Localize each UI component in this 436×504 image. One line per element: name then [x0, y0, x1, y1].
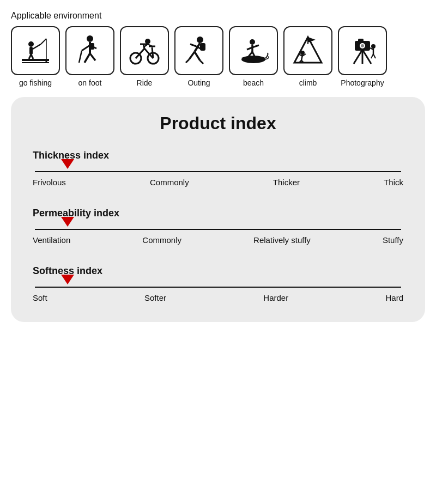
icon-item-climb: climb	[283, 26, 332, 87]
icon-item-photography: Photography	[338, 26, 387, 87]
svg-point-9	[45, 61, 47, 63]
svg-line-33	[190, 44, 196, 46]
go-fishing-icon	[19, 34, 52, 67]
svg-line-15	[84, 53, 90, 63]
climb-label: climb	[299, 78, 317, 87]
softness-label-0: Soft	[33, 293, 47, 302]
outing-icon-box	[174, 26, 223, 75]
svg-line-5	[31, 54, 33, 59]
svg-line-14	[79, 51, 82, 63]
softness-slider-container	[33, 287, 403, 288]
applicable-title: Applicable environment	[11, 11, 425, 21]
svg-point-49	[300, 51, 305, 55]
permeability-index-title: Permeability index	[33, 208, 403, 219]
permeability-label-3: Stuffy	[383, 235, 403, 245]
svg-line-25	[152, 47, 153, 58]
svg-line-38	[200, 60, 203, 64]
svg-line-12	[82, 45, 90, 51]
applicable-section: Applicable environment	[11, 11, 425, 87]
svg-line-16	[90, 53, 95, 60]
go-fishing-icon-box	[11, 26, 60, 75]
svg-point-62	[371, 44, 376, 48]
product-index-card: Product index Thickness index Frivolous …	[11, 97, 425, 322]
softness-label-1: Softer	[144, 293, 166, 302]
product-index-title: Product index	[33, 113, 403, 133]
permeability-label-2: Relatively stuffy	[253, 235, 311, 245]
softness-index-title: Softness index	[33, 265, 403, 277]
permeability-slider-track	[35, 229, 401, 230]
svg-rect-17	[90, 43, 94, 50]
svg-line-6	[33, 44, 41, 49]
svg-line-55	[354, 50, 362, 64]
softness-label-2: Harder	[263, 293, 288, 302]
softness-slider-arrow	[61, 275, 74, 284]
svg-line-35	[189, 52, 195, 59]
icon-item-outing: Outing	[174, 26, 223, 87]
beach-icon	[237, 34, 270, 67]
icon-item-ride: Ride	[120, 26, 169, 87]
go-fishing-label: go fishing	[19, 78, 52, 87]
permeability-label-1: Commonly	[142, 235, 181, 245]
svg-line-36	[195, 52, 200, 60]
svg-line-56	[362, 50, 371, 64]
softness-slider-labels: Soft Softer Harder Hard	[33, 293, 403, 302]
thickness-slider-arrow	[61, 159, 74, 169]
photography-label: Photography	[341, 78, 384, 87]
svg-rect-61	[358, 39, 364, 42]
icon-item-go-fishing: go fishing	[11, 26, 60, 87]
svg-line-42	[252, 45, 259, 47]
svg-point-2	[28, 41, 34, 47]
thickness-index-section: Thickness index Frivolous Commonly Thick…	[33, 150, 403, 187]
thickness-slider-track	[35, 171, 401, 172]
permeability-index-section: Permeability index Ventilation Commonly …	[33, 208, 403, 245]
ride-icon-box	[120, 26, 169, 75]
outing-label: Outing	[187, 78, 210, 87]
photography-icon	[346, 34, 379, 67]
svg-line-7	[41, 39, 46, 44]
photography-icon-box	[338, 26, 387, 75]
ride-icon	[128, 34, 161, 67]
on-foot-icon-box	[65, 26, 114, 75]
thickness-slider-labels: Frivolous Commonly Thicker Thick	[33, 178, 403, 187]
beach-icon-box	[229, 26, 278, 75]
thickness-label-0: Frivolous	[33, 178, 66, 187]
outing-icon	[183, 34, 215, 67]
climb-icon	[292, 34, 324, 67]
permeability-label-0: Ventilation	[33, 235, 70, 245]
svg-point-10	[87, 35, 93, 42]
svg-rect-3	[29, 47, 33, 54]
svg-marker-48	[308, 37, 316, 42]
thickness-label-3: Thick	[384, 178, 403, 187]
beach-label: beach	[243, 78, 264, 87]
permeability-slider-arrow	[61, 217, 74, 227]
icon-item-beach: beach	[229, 26, 278, 87]
icon-item-on-foot: on foot	[65, 26, 114, 87]
on-foot-label: on foot	[78, 78, 102, 87]
permeability-slider-labels: Ventilation Commonly Relatively stuffy S…	[33, 235, 403, 245]
climb-icon-box	[283, 26, 332, 75]
svg-point-30	[197, 37, 203, 43]
svg-line-65	[371, 54, 373, 58]
thickness-index-title: Thickness index	[33, 150, 403, 161]
softness-index-section: Softness index Soft Softer Harder Hard	[33, 265, 403, 302]
svg-point-39	[250, 39, 255, 45]
svg-line-37	[186, 59, 189, 63]
softness-label-3: Hard	[385, 293, 403, 302]
svg-line-66	[373, 54, 376, 58]
thickness-slider-container	[33, 171, 403, 172]
permeability-slider-container	[33, 229, 403, 230]
ride-label: Ride	[137, 78, 153, 87]
on-foot-icon	[74, 34, 106, 67]
icons-row: go fishing	[11, 26, 425, 87]
thickness-label-1: Commonly	[150, 178, 189, 187]
svg-point-27	[145, 39, 150, 44]
svg-rect-0	[22, 59, 49, 61]
softness-slider-track	[35, 287, 401, 288]
thickness-label-2: Thicker	[273, 178, 300, 187]
svg-point-60	[361, 44, 364, 47]
